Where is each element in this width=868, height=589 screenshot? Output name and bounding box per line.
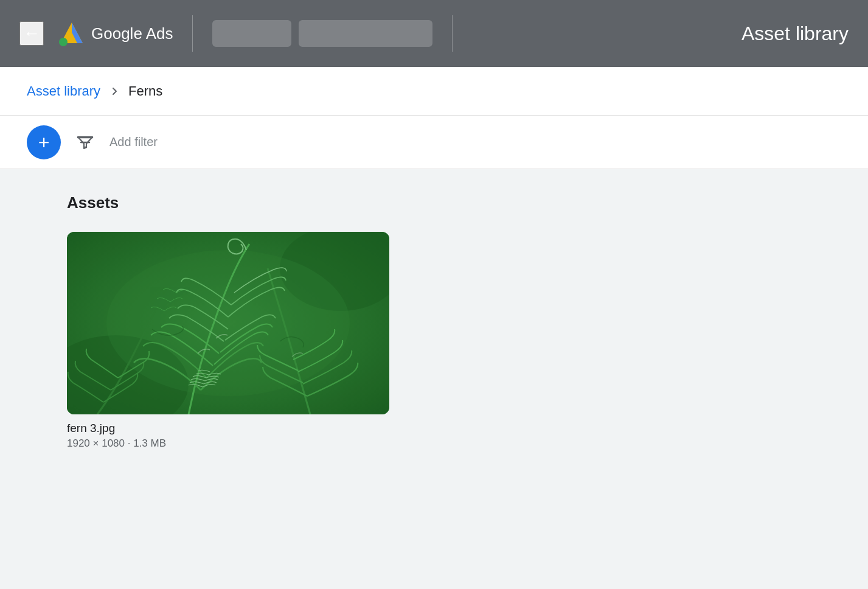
svg-rect-7 xyxy=(67,232,389,414)
asset-meta: 1920 × 1080 · 1.3 MB xyxy=(67,437,389,450)
add-icon: + xyxy=(38,133,50,152)
nav-search-area xyxy=(212,20,432,47)
main-content: Assets xyxy=(0,169,868,589)
page-title: Asset library xyxy=(741,23,849,45)
asset-thumbnail xyxy=(67,232,389,414)
nav-pill-2[interactable] xyxy=(299,20,432,47)
filter-label[interactable]: Add filter xyxy=(109,135,158,149)
filter-icon xyxy=(75,133,95,152)
top-navigation: ← Google Ads Asset library xyxy=(0,0,868,67)
breadcrumb-parent-link[interactable]: Asset library xyxy=(27,83,100,99)
google-ads-logo-icon xyxy=(58,20,85,47)
filter-icon-button[interactable] xyxy=(75,133,95,152)
fern-image xyxy=(67,232,389,414)
breadcrumb-separator xyxy=(109,86,120,97)
nav-pill-1[interactable] xyxy=(212,20,291,47)
assets-section-heading: Assets xyxy=(67,193,801,212)
asset-filename: fern 3.jpg xyxy=(67,422,389,435)
breadcrumb-bar: Asset library Ferns xyxy=(0,67,868,116)
asset-card[interactable]: fern 3.jpg 1920 × 1080 · 1.3 MB xyxy=(67,232,389,450)
google-ads-logo: Google Ads xyxy=(58,20,173,47)
breadcrumb-current: Ferns xyxy=(128,83,162,99)
back-arrow-icon: ← xyxy=(23,24,40,43)
toolbar: + Add filter xyxy=(0,116,868,169)
back-button[interactable]: ← xyxy=(19,21,44,46)
svg-point-2 xyxy=(59,38,68,46)
nav-left-divider xyxy=(192,15,193,52)
add-button[interactable]: + xyxy=(27,125,61,159)
nav-right-divider xyxy=(452,15,453,52)
app-name-label: Google Ads xyxy=(91,24,173,43)
